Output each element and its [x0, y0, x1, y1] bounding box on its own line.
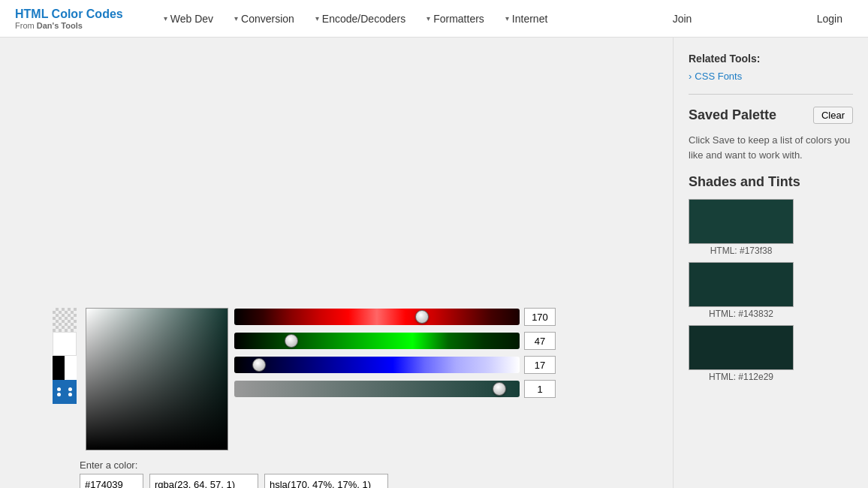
right-sidebar: Related Tools: › CSS Fonts Saved Palette… [673, 38, 868, 488]
chevron-down-icon: ▾ [164, 14, 167, 23]
clear-button[interactable]: Clear [813, 107, 853, 124]
color-canvas[interactable] [86, 308, 228, 450]
dice-icon [57, 387, 72, 396]
black-white-swatch [53, 356, 77, 380]
green-slider-row [234, 332, 556, 350]
color-tool: Enter a color: Lighten Darken 10% - Comp… [53, 308, 658, 488]
white-swatch [53, 332, 77, 356]
dot [57, 387, 61, 391]
chevron-down-icon: ▾ [315, 14, 319, 23]
color-inputs [80, 474, 658, 488]
red-thumb[interactable] [415, 310, 429, 324]
blue-slider-row [234, 356, 556, 374]
logo-sub: From Dan's Tools [15, 21, 123, 30]
login-button[interactable]: Login [806, 0, 853, 38]
chevron-down-icon: ▾ [426, 14, 430, 23]
red-value-input[interactable] [524, 308, 556, 326]
shades-list: HTML: #173f38 HTML: #143832 HTML: #112e2… [689, 199, 853, 382]
red-slider[interactable] [234, 309, 520, 325]
hex-input[interactable] [80, 474, 143, 488]
shade-label-1: HTML: #143832 [689, 309, 794, 319]
enter-color-section: Enter a color: Lighten Darken 10% - Comp… [80, 455, 658, 488]
checker-swatch [53, 308, 77, 332]
sliders-area [234, 308, 556, 398]
shade-item-0: HTML: #173f38 [689, 199, 853, 256]
alpha-slider[interactable] [234, 381, 520, 397]
enter-color-label: Enter a color: [80, 459, 658, 471]
green-slider[interactable] [234, 333, 520, 349]
nav-item-encode[interactable]: ▾ Encode/Decoders [305, 0, 416, 38]
saved-palette-title: Saved Palette [689, 107, 776, 123]
random-color-button[interactable] [53, 380, 77, 404]
nav-item-formatters[interactable]: ▾ Formatters [416, 0, 495, 38]
page-body: HTML Color Codes From Dan's Tools ▾ Web … [0, 0, 868, 488]
logo: HTML Color Codes From Dan's Tools [15, 8, 123, 30]
top-row-tool [53, 308, 658, 450]
saved-palette-info: Click Save to keep a list of colors you … [689, 133, 853, 162]
shade-item-2: HTML: #112e29 [689, 325, 853, 382]
main-area: Enter a color: Lighten Darken 10% - Comp… [0, 38, 673, 488]
header: HTML Color Codes From Dan's Tools ▾ Web … [0, 0, 868, 38]
rgba-input[interactable] [149, 474, 258, 488]
dot-empty [62, 387, 66, 391]
dot [68, 387, 72, 391]
shade-swatch-0[interactable] [689, 199, 794, 244]
content-row: Enter a color: Lighten Darken 10% - Comp… [0, 38, 868, 488]
hsla-input[interactable] [264, 474, 388, 488]
dot [68, 393, 72, 396]
chevron-down-icon: ▾ [234, 14, 238, 23]
red-slider-row [234, 308, 556, 326]
blue-thumb[interactable] [252, 358, 266, 372]
dot-empty [62, 393, 66, 396]
chevron-right-icon: › [689, 71, 692, 82]
divider [689, 94, 853, 95]
join-button[interactable]: Join [662, 0, 703, 38]
main-nav: ▾ Web Dev ▾ Conversion ▾ Encode/Decoders… [153, 0, 853, 38]
shades-tints-title: Shades and Tints [689, 174, 853, 190]
blue-value-input[interactable] [524, 356, 556, 374]
nav-item-conversion[interactable]: ▾ Conversion [224, 0, 305, 38]
nav-item-webdev[interactable]: ▾ Web Dev [153, 0, 224, 38]
dot [57, 393, 61, 396]
alpha-value-input[interactable] [524, 380, 556, 398]
shade-swatch-1[interactable] [689, 262, 794, 307]
chevron-down-icon: ▾ [505, 14, 509, 23]
green-value-input[interactable] [524, 332, 556, 350]
picker-swatches [53, 308, 77, 404]
blue-slider[interactable] [234, 357, 520, 373]
shade-swatch-2[interactable] [689, 325, 794, 370]
shade-item-1: HTML: #143832 [689, 262, 853, 319]
green-thumb[interactable] [285, 334, 298, 348]
logo-title[interactable]: HTML Color Codes [15, 8, 123, 21]
alpha-thumb[interactable] [493, 382, 506, 396]
shade-label-2: HTML: #112e29 [689, 372, 794, 382]
css-fonts-link[interactable]: › CSS Fonts [689, 71, 853, 82]
nav-item-internet[interactable]: ▾ Internet [495, 0, 558, 38]
related-tools-title: Related Tools: [689, 53, 853, 65]
saved-palette-header: Saved Palette Clear [689, 107, 853, 124]
shade-label-0: HTML: #173f38 [689, 246, 794, 256]
alpha-slider-row [234, 380, 556, 398]
